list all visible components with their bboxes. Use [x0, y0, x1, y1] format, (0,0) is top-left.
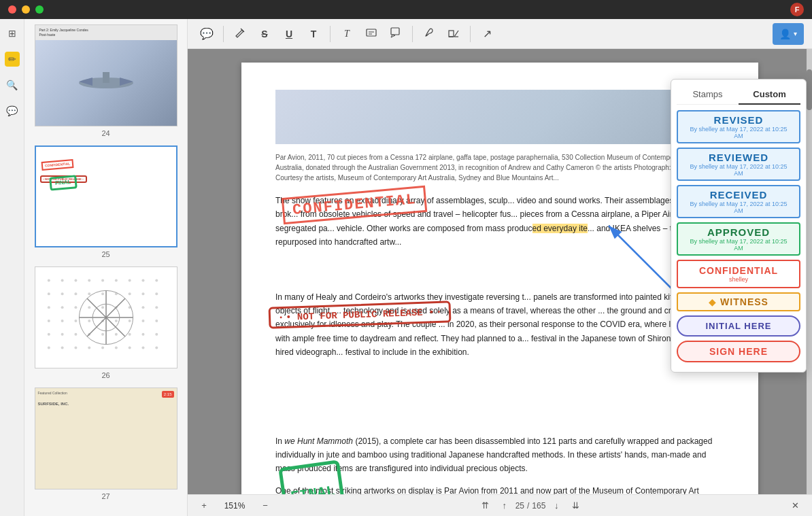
sidebar-panels-icon[interactable]: ⊞: [5, 26, 20, 41]
thumbnail-image-27: Featured Collection SURFSIDE, INC. 2:15: [35, 388, 177, 489]
vertical-scrollbar[interactable]: [807, 49, 812, 494]
svg-point-9: [101, 279, 104, 282]
ink-icon: [423, 27, 435, 41]
stamp-reviewed-button[interactable]: REVIEWED By shelley at May 17, 2022 at 1…: [677, 148, 800, 181]
sidebar-annotate-icon[interactable]: ✏: [5, 52, 20, 67]
zoom-in-button[interactable]: +: [196, 498, 212, 514]
thumbnail-number-24: 24: [101, 129, 109, 137]
svg-point-46: [114, 333, 117, 336]
svg-point-12: [141, 279, 144, 282]
stamp-initial-here-button[interactable]: INITIAL HERE: [677, 315, 800, 337]
close-window-button[interactable]: [8, 5, 16, 14]
svg-point-34: [74, 320, 77, 322]
thumbnail-item-24[interactable]: Part 2: Emily Jacqueline CondesPost-hast…: [30, 24, 182, 137]
prev-page-button[interactable]: ↑: [496, 498, 513, 514]
svg-marker-70: [391, 35, 395, 37]
stamp-sign-here-button[interactable]: SIGN HERE: [677, 341, 800, 362]
thumbnail-item-27[interactable]: Featured Collection SURFSIDE, INC. 2:15 …: [30, 388, 182, 500]
stamp-initial-here-label: INITIAL HERE: [685, 321, 792, 331]
ink-tool-button[interactable]: [418, 23, 440, 45]
svg-point-58: [155, 347, 158, 349]
scrollbar-thumb[interactable]: [807, 69, 812, 110]
shapes-tool-button[interactable]: [443, 23, 464, 45]
shapes-icon: [447, 27, 460, 41]
stamp-approved-sublabel: By shelley at May 17, 2022 at 10:25 AM: [685, 238, 792, 252]
first-page-button[interactable]: ⇈: [477, 498, 494, 514]
stamp-witness-button[interactable]: ◆ WITNESS: [677, 292, 800, 311]
svg-point-51: [61, 347, 63, 349]
svg-point-27: [101, 306, 104, 309]
stamp-confidential-button[interactable]: CONFIDENTIAL shelley: [677, 260, 800, 288]
sidebar-comment-icon[interactable]: 💬: [5, 103, 20, 118]
svg-rect-3: [103, 72, 109, 83]
document-area[interactable]: Par Avion, 2011, 70 cut pieces from a Ce…: [188, 49, 812, 494]
svg-rect-69: [391, 28, 399, 35]
svg-point-56: [128, 347, 131, 349]
svg-point-35: [88, 320, 90, 322]
stamp-revised-label: REVISED: [685, 114, 792, 126]
main-content: 💬 S U T T: [188, 19, 812, 516]
stamp-reviewed-sublabel: By shelley at May 17, 2022 at 10:25 AM: [685, 163, 792, 177]
stamp-approved-label: APPROVED: [685, 226, 792, 238]
svg-point-52: [74, 347, 77, 349]
formatted-text-icon: T: [344, 29, 350, 39]
close-document-button[interactable]: ✕: [788, 498, 804, 514]
thumbnail-item-25[interactable]: CONFIDENTIAL • NOT FOR PUBLIC RELEASE • …: [30, 145, 182, 258]
callout-icon: [390, 27, 402, 41]
svg-point-37: [114, 320, 117, 322]
arrow-tool-button[interactable]: ↗: [476, 23, 498, 45]
stamp-received-button[interactable]: RECEIVED By shelley at May 17, 2022 at 1…: [677, 185, 800, 218]
svg-point-14: [47, 292, 50, 295]
stamps-tab-custom[interactable]: Custom: [739, 85, 800, 105]
maximize-window-button[interactable]: [35, 5, 44, 14]
witness-icon: ◆: [709, 296, 716, 307]
app-body: ⊞ ✏ 🔍 💬 Part 2: Emily Jacqueline CondesP…: [0, 19, 812, 516]
underline-tool-button[interactable]: U: [278, 23, 300, 45]
stamp-confidential-label: CONFIDENTIAL: [685, 265, 792, 276]
callout-tool-button[interactable]: [385, 23, 407, 45]
thumb25-content: CONFIDENTIAL • NOT FOR PUBLIC RELEASE • …: [36, 147, 176, 203]
user-icon: 👤: [779, 29, 791, 39]
strikethrough-tool-button[interactable]: S: [254, 23, 275, 45]
stamp-revised-button[interactable]: REVISED By shelley at May 17, 2022 at 10…: [677, 110, 800, 143]
svg-point-18: [101, 292, 104, 295]
svg-point-50: [47, 347, 50, 349]
svg-point-5: [47, 279, 50, 282]
svg-point-53: [88, 347, 90, 349]
comment-tool-button[interactable]: 💬: [196, 23, 218, 45]
underline-icon: U: [286, 29, 292, 39]
textbox-tool-button[interactable]: [360, 23, 382, 45]
last-page-button[interactable]: ⇊: [567, 498, 583, 514]
sidebar-search-icon[interactable]: 🔍: [5, 78, 20, 92]
thumb27-badge: 2:15: [162, 391, 174, 398]
text-tool-button[interactable]: T: [303, 23, 324, 45]
formatted-text-tool-button[interactable]: T: [336, 23, 358, 45]
svg-point-55: [114, 347, 117, 349]
svg-point-17: [88, 292, 90, 295]
svg-point-8: [88, 279, 90, 282]
zoom-out-button[interactable]: −: [257, 498, 273, 514]
pattern-svg: [35, 266, 177, 368]
user-stamps-button[interactable]: 👤 ▾: [773, 23, 804, 45]
svg-point-31: [155, 306, 158, 309]
svg-point-25: [74, 306, 77, 309]
thumb27-content: Featured Collection SURFSIDE, INC. 2:15: [35, 388, 177, 410]
draw-tool-button[interactable]: [229, 23, 251, 45]
stamp-approved-button[interactable]: APPROVED By shelley at May 17, 2022 at 1…: [677, 222, 800, 256]
doc-caption: Par Avion, 2011, 70 cut pieces from a Ce…: [275, 152, 724, 183]
thumbnail-number-26: 26: [101, 371, 109, 379]
svg-rect-66: [367, 29, 376, 36]
minimize-window-button[interactable]: [22, 5, 30, 14]
svg-point-10: [114, 279, 117, 282]
stamps-panel-tabs: Stamps Custom: [677, 85, 800, 105]
thumbnail-item-26[interactable]: 26: [30, 266, 182, 379]
stamps-tab-stamps[interactable]: Stamps: [677, 85, 739, 104]
doc-top-image: [275, 90, 724, 144]
next-page-button[interactable]: ↓: [548, 498, 564, 514]
toolbar-separator-1: [223, 26, 224, 42]
svg-point-40: [155, 320, 158, 322]
svg-point-32: [47, 320, 50, 322]
window-controls[interactable]: [8, 5, 44, 14]
doc-paragraph-3: In we Hunt Mammoth (2015), a complete ca…: [275, 434, 724, 476]
user-avatar[interactable]: F: [790, 3, 804, 16]
